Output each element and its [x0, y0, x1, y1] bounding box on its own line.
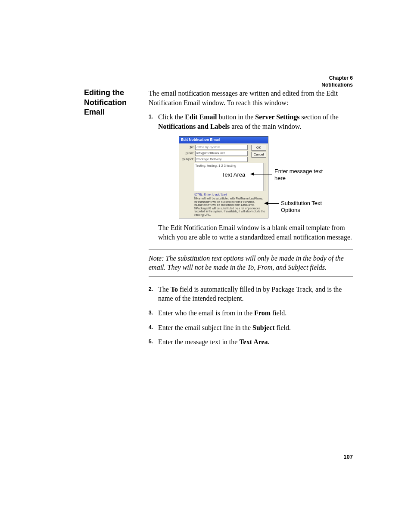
arrow-head-icon [264, 202, 268, 205]
step-number: 3. [149, 309, 153, 316]
section-label: Notifications [321, 82, 353, 89]
arrow-line [254, 174, 272, 174]
subject-label: Subject: [181, 157, 195, 162]
intro-paragraph: The email notification messages are writ… [149, 89, 353, 107]
bold: From [254, 309, 271, 317]
from-field[interactable]: info@intellitrack.net [195, 151, 248, 156]
section-title: Editing the Notification Email [84, 88, 140, 117]
text: Click the [158, 113, 185, 121]
page-header: Chapter 6 Notifications [321, 75, 353, 88]
text: Enter the email subject line in the [158, 324, 252, 331]
text: field. [271, 309, 286, 317]
step-number: 1. [149, 113, 153, 120]
text: Enter who the email is from in the [158, 309, 254, 317]
step-2: 2. The To field is automatically filled … [149, 285, 353, 303]
step-3: 3. Enter who the email is from in the Fr… [149, 308, 353, 318]
ctrl-enter-hint: (CTRL-Enter to add line) [194, 193, 266, 196]
step-number: 5. [149, 338, 153, 345]
bold: Notifications and Labels [158, 123, 230, 130]
text: section of the [300, 113, 339, 121]
from-label: From: [181, 151, 195, 156]
text: area of the main window. [230, 123, 301, 130]
bold: Text Area [239, 338, 268, 345]
body-column: The email notification messages are writ… [149, 89, 353, 352]
bold: To [171, 286, 178, 293]
figure: Edit Notification Email To: Filled by Sy… [179, 136, 353, 218]
text: Enter the message text in the [158, 338, 239, 345]
bold: Edit Email [185, 113, 217, 121]
substitution-options: %Name% will be substituted with FirstNam… [194, 197, 266, 216]
page: Chapter 6 Notifications Editing the Noti… [0, 0, 411, 532]
subject-field[interactable]: Package Delivery [195, 157, 248, 162]
to-label: To: [181, 145, 195, 149]
step-4: 4. Enter the email subject line in the S… [149, 323, 353, 333]
callout-text-area-label: Text Area [222, 171, 245, 178]
dialog-body: To: Filled by System From: info@intellit… [179, 143, 268, 218]
after-figure-paragraph: The Edit Notification Email window is a … [158, 223, 353, 242]
arrow-head-icon [250, 172, 254, 176]
bold: Subject [252, 324, 275, 331]
step-number: 4. [149, 324, 153, 331]
page-number: 107 [343, 454, 353, 460]
sub-line: %Packages% will be substituted by a list… [194, 207, 266, 216]
cancel-button[interactable]: Cancel [251, 152, 266, 158]
text: The [158, 286, 171, 293]
arrow-line [268, 203, 279, 204]
sub-line: %LastName% will be substituted with Last… [194, 203, 266, 206]
scrollbar[interactable] [263, 163, 266, 191]
dialog-titlebar: Edit Notification Email [179, 137, 268, 143]
callout-enter-message: Enter message text here [274, 168, 326, 181]
to-field[interactable]: Filled by System [195, 145, 248, 150]
text: field is automatically filled in by Pack… [158, 286, 342, 302]
ok-button[interactable]: OK [251, 145, 266, 151]
step-1: 1. Click the Edit Email button in the Se… [149, 112, 353, 131]
text: field. [275, 324, 291, 331]
callout-substitution-options: Substitution Text Options [281, 200, 337, 213]
sub-line: %Name% will be substituted with FirstNam… [194, 197, 266, 200]
step-number: 2. [149, 286, 153, 292]
chapter-label: Chapter 6 [321, 75, 353, 82]
sub-line: %FirstName% will be substituted with Fir… [194, 200, 266, 203]
note-block: Note: The substitution text options will… [149, 249, 353, 277]
bold: Server Settings [255, 113, 299, 121]
text: . [268, 338, 270, 345]
message-text: Testing, testing, 1 2 3 testing [195, 164, 236, 168]
text: button in the [217, 113, 255, 121]
step-5: 5. Enter the message text in the Text Ar… [149, 337, 353, 347]
